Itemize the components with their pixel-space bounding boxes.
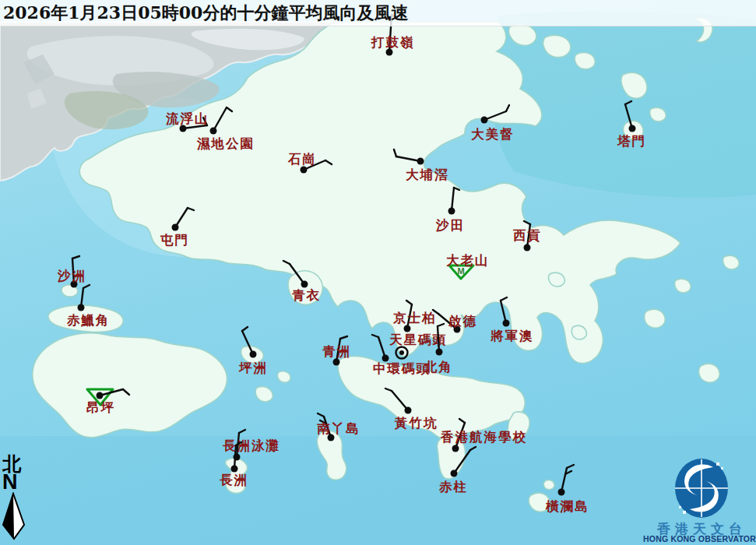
- station-dot: [333, 359, 340, 366]
- station-label: 流浮山: [165, 111, 209, 126]
- station-label: 沙洲: [57, 269, 86, 283]
- station-dot: [231, 466, 238, 473]
- station-label: 青洲: [322, 344, 351, 359]
- station-dot: [97, 392, 104, 399]
- station-label: 屯門: [160, 233, 189, 248]
- station-label: 長洲: [220, 473, 248, 487]
- station-dot: [503, 320, 510, 327]
- station-label: 塔門: [617, 134, 646, 149]
- station-dot: [301, 281, 308, 288]
- station-dot: [558, 489, 565, 496]
- station-label: 京士柏: [392, 311, 437, 325]
- station-label: 赤鱲角: [66, 313, 111, 328]
- station-label: 沙田: [435, 218, 465, 233]
- station-dot: [172, 224, 179, 231]
- title-bar: 2026年1月23日05時00分的十分鐘平均風向及風速: [0, 0, 756, 26]
- station-label: 將軍澳: [490, 329, 534, 343]
- north-indicator: 北 N: [0, 452, 36, 545]
- station-dot: [452, 445, 459, 452]
- station-label: 長洲泳灘: [223, 438, 280, 453]
- calm-wind-dot: [399, 350, 404, 355]
- station-dot: [448, 208, 455, 215]
- station-label: 石崗: [287, 152, 317, 167]
- station-dot: [524, 244, 531, 251]
- hko-logo-icon: [648, 453, 756, 520]
- station-dot: [417, 158, 424, 165]
- station-dot: [250, 351, 257, 358]
- station-dot: [481, 117, 488, 124]
- north-label-en: N: [2, 470, 19, 494]
- station-dot: [210, 128, 217, 135]
- station-dot: [404, 325, 411, 332]
- station-label: 濕地公園: [196, 136, 255, 151]
- map-canvas: 流浮山濕地公園石崗打鼓嶺大美督塔門大埔滘沙田西貢屯門沙洲赤鱲角青衣M大老山京士柏…: [0, 0, 756, 545]
- station-label: 黃竹坑: [394, 416, 438, 431]
- north-arrow-icon: [0, 492, 36, 543]
- station-label: 青衣: [292, 288, 321, 303]
- station-label: 昂坪: [86, 400, 115, 415]
- station-label: 北角: [424, 360, 453, 374]
- south-water: [0, 436, 756, 545]
- station-label: 大美督: [471, 127, 515, 142]
- station-label: 橫瀾島: [545, 499, 589, 514]
- station-dot: [451, 470, 458, 477]
- station-dot: [78, 304, 85, 311]
- station-label: 打鼓嶺: [371, 35, 415, 50]
- station-label: 啟德: [448, 314, 477, 329]
- station-dot: [405, 407, 412, 414]
- station-label: 大埔滘: [406, 167, 449, 182]
- hko-name-en: HONG KONG OBSERVATORY: [643, 534, 756, 543]
- hko-logo: 香港天文台 HONG KONG OBSERVATORY: [648, 453, 756, 545]
- station-dot: [301, 167, 308, 174]
- station-label: 赤柱: [438, 480, 468, 494]
- wind-map: 流浮山濕地公園石崗打鼓嶺大美督塔門大埔滘沙田西貢屯門沙洲赤鱲角青衣M大老山京士柏…: [0, 0, 756, 545]
- station-dot: [436, 349, 443, 356]
- station-label: 南丫島: [317, 421, 360, 436]
- station-label: 中環碼頭: [373, 361, 431, 376]
- station-label: 香港航海學校: [440, 430, 527, 445]
- map-title: 2026年1月23日05時00分的十分鐘平均風向及風速: [3, 2, 408, 25]
- station-label: 坪洲: [238, 360, 268, 375]
- station-dot: [629, 125, 636, 132]
- station-label: 大老山: [446, 253, 490, 268]
- station-label: 西貢: [512, 228, 542, 243]
